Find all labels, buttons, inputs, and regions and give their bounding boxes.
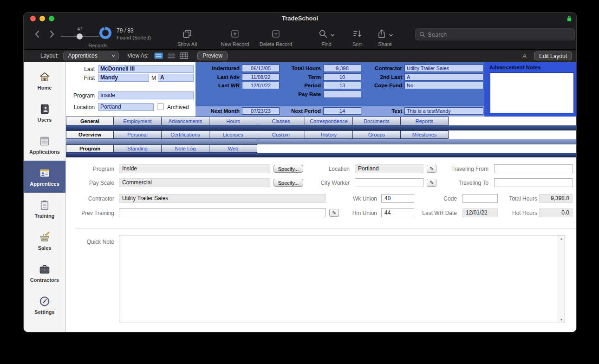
quick-note-scrollbar[interactable]: ▲ ▼ [558, 235, 565, 323]
form-program-field[interactable]: Inside [119, 164, 270, 173]
view-as-label: View As: [127, 52, 149, 59]
hm-union-field[interactable]: 44 [381, 208, 414, 217]
form-location-field[interactable]: Portland [355, 164, 423, 173]
preview-button[interactable]: Preview [197, 52, 228, 60]
tab-advancements[interactable]: Advancements [162, 117, 209, 125]
program-field[interactable]: Inside [98, 91, 194, 99]
tab-web[interactable]: Web [209, 144, 257, 153]
location-edit-button[interactable]: ✎ [427, 165, 436, 173]
titlebar[interactable]: TradeSchool [24, 13, 576, 25]
cope-fund-field[interactable]: No [404, 82, 483, 89]
show-all-button[interactable]: Show All [168, 29, 207, 47]
table-view-button[interactable] [180, 52, 188, 59]
form-contractor-field[interactable]: Utility Trailer Sales [119, 194, 326, 203]
tab-milestones[interactable]: Milestones [401, 130, 449, 139]
layout-popup-button[interactable]: Apprentices [63, 52, 119, 60]
tab-row-tertiary: Program Standing Note Log Web [66, 144, 257, 153]
record-slider[interactable]: 47 [61, 26, 99, 37]
next-record-button[interactable] [48, 30, 55, 38]
sidebar-item-contractors[interactable]: Contractors [24, 257, 65, 289]
tab-history[interactable]: History [305, 130, 353, 139]
slider-knob[interactable] [77, 33, 83, 39]
tab-custom[interactable]: Custom [257, 130, 305, 139]
hm-union-label: Hm Union [340, 210, 377, 216]
new-record-button[interactable]: New Record [213, 29, 257, 47]
window-title: TradeSchool [24, 13, 576, 25]
record-header-stats-panel: Indentured 06/13/05 Last Adv 11/08/22 La… [195, 62, 484, 117]
find-menu-chevron-icon[interactable] [330, 33, 335, 37]
tab-documents[interactable]: Documents [353, 117, 401, 125]
sidebar-item-users[interactable]: Users [24, 97, 65, 129]
sidebar-item-sales[interactable]: Sales [24, 225, 65, 257]
find-icon [318, 29, 328, 39]
traveling-from-field[interactable] [494, 164, 573, 173]
tab-licenses[interactable]: Licenses [209, 130, 257, 139]
tab-groups[interactable]: Groups [353, 130, 401, 139]
tab-general[interactable]: General [66, 117, 114, 125]
middle-initial-field[interactable]: A [158, 74, 194, 82]
second-last-field[interactable]: A [404, 73, 483, 81]
tab-classes[interactable]: Classes [257, 117, 305, 125]
tab-standing[interactable]: Standing [114, 144, 162, 153]
first-name-field[interactable]: Mandy [98, 74, 149, 82]
last-name-field[interactable]: McDonnell III [98, 65, 194, 73]
scroll-up-arrow-icon[interactable]: ▲ [558, 237, 565, 240]
form-view-button[interactable] [154, 52, 163, 59]
quick-note-field[interactable]: ▲ ▼ [119, 235, 565, 323]
tab-program[interactable]: Program [66, 144, 114, 153]
sidebar-item-apprentices[interactable]: Apprentices [24, 161, 65, 193]
tab-correspondence[interactable]: Correspondence [305, 117, 353, 125]
found-status: Found (Sorted) [117, 35, 151, 40]
pay-scale-field[interactable]: Commercial [119, 178, 270, 187]
tab-certifications[interactable]: Certifications [162, 130, 209, 139]
tab-personal[interactable]: Personal [114, 130, 162, 139]
prev-training-field[interactable] [119, 208, 326, 217]
record-header-next-band: Next Month 07/23/23 Next Period 14 Test … [195, 106, 484, 117]
tab-reports[interactable]: Reports [401, 117, 449, 125]
location-field[interactable]: Portland [98, 103, 154, 111]
contractor-field[interactable]: Utility Trailer Sales [404, 65, 483, 72]
tab-note-log[interactable]: Note Log [162, 144, 209, 153]
sidebar-item-label: Home [38, 85, 52, 91]
sidebar-item-label: Contractors [30, 277, 59, 283]
layout-body: Last McDonnell III First Mandy M A Progr… [66, 62, 577, 332]
formatting-bar-toggle[interactable]: A [522, 52, 527, 59]
share-menu-chevron-icon[interactable] [389, 33, 393, 37]
form-program-label: Program [75, 166, 114, 172]
popup-chevron-icon [111, 54, 116, 58]
program-specify-button[interactable]: Specify... [273, 165, 303, 173]
pay-scale-specify-button[interactable]: Specify... [273, 179, 303, 187]
city-worker-field[interactable] [355, 178, 423, 187]
second-last-label: 2nd Last [349, 74, 402, 80]
delete-record-button[interactable]: Delete Record [254, 29, 298, 47]
sidebar-item-settings[interactable]: Settings [24, 289, 65, 321]
sidebar-item-applications[interactable]: Applications [24, 129, 65, 161]
found-set-pie-chart[interactable] [99, 27, 111, 39]
city-worker-edit-button[interactable]: ✎ [427, 179, 436, 187]
new-record-label: New Record [221, 41, 249, 47]
list-view-button[interactable] [167, 53, 176, 59]
search-input[interactable] [428, 31, 571, 38]
test-field[interactable]: This is a testMandy [404, 107, 483, 115]
advancement-notes-field[interactable] [490, 72, 574, 113]
scroll-down-arrow-icon[interactable]: ▼ [558, 318, 565, 321]
pay-rate-field[interactable] [323, 91, 361, 98]
search-field[interactable] [415, 28, 575, 40]
wk-union-field[interactable]: 40 [381, 194, 414, 203]
share-button[interactable]: Share [367, 29, 403, 47]
tab-hours[interactable]: Hours [209, 117, 257, 125]
traveling-to-field[interactable] [494, 178, 573, 187]
pencil-icon: ✎ [430, 166, 434, 172]
edit-layout-button[interactable]: Edit Layout [534, 52, 572, 60]
tab-employment[interactable]: Employment [114, 117, 162, 125]
prev-training-edit-button[interactable]: ✎ [329, 209, 339, 217]
archived-checkbox[interactable] [157, 103, 164, 110]
tab-overview[interactable]: Overview [66, 130, 114, 139]
previous-record-button[interactable] [34, 30, 41, 38]
sidebar-item-home[interactable]: Home [24, 65, 65, 97]
delete-record-label: Delete Record [260, 41, 292, 47]
sidebar-item-training[interactable]: Training [24, 193, 65, 225]
sort-label: Sort [352, 41, 362, 47]
code-field[interactable] [462, 194, 498, 203]
slider-track[interactable] [61, 36, 99, 37]
